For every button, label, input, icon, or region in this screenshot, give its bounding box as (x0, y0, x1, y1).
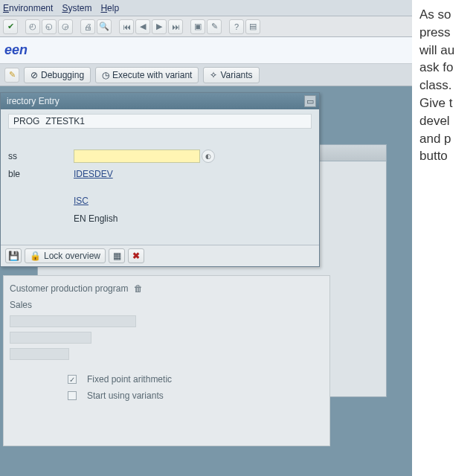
object-type: PROG (13, 116, 39, 126)
modal-title-text: irectory Entry (7, 96, 60, 106)
cancel-button[interactable]: ✖ (128, 248, 144, 263)
attributes-panel: Customer production program 🗑 Sales ✓ Fi… (3, 275, 330, 446)
lock-overview-button[interactable]: 🔒 Lock overview (25, 248, 106, 263)
sap-window: EEnvironmentnvironment System Help ✔ ◴ ◵… (0, 0, 412, 476)
new-session-icon[interactable]: ▣ (190, 19, 205, 34)
execute-with-variant-button[interactable]: ◷ Execute with variant (95, 67, 199, 83)
cancel-icon[interactable]: ◶ (58, 19, 73, 34)
variants-icon: ✧ (210, 70, 217, 80)
readonly-field-1 (10, 315, 136, 327)
responsible-value[interactable]: IDESDEV (74, 169, 113, 179)
menu-help[interactable]: Help (100, 3, 119, 13)
debugging-button[interactable]: ⊘ Debugging (24, 67, 91, 83)
start-variants-checkbox[interactable] (68, 391, 77, 400)
standard-toolbar: ✔ ◴ ◵ ◶ 🖨 🔍 ⏮ ◀ ▶ ⏭ ▣ ✎ ? ▤ (0, 16, 412, 37)
menu-system[interactable]: System (62, 3, 91, 13)
next-page-icon[interactable]: ▶ (152, 19, 167, 34)
exec-variant-label: Execute with variant (112, 70, 192, 80)
save-icon[interactable]: 💾 (5, 248, 22, 263)
last-page-icon[interactable]: ⏭ (168, 19, 183, 34)
exit-icon[interactable]: ◵ (42, 19, 57, 34)
close-icon[interactable]: ▭ (304, 95, 316, 107)
dev-class-input[interactable] (74, 149, 200, 163)
application-toolbar: ✎ ⊘ Debugging ◷ Execute with variant ✧ V… (0, 64, 412, 86)
object-row: PROG ZTESTK1 (8, 114, 312, 129)
instruction-text: As so press will au ask fo class. Give t… (412, 0, 476, 476)
first-page-icon[interactable]: ⏮ (119, 19, 134, 34)
back-icon[interactable]: ◴ (25, 19, 40, 34)
object-directory-modal: irectory Entry ▭ PROG ZTESTK1 ss ◐ (0, 92, 320, 267)
f4-help-icon[interactable]: ◐ (202, 149, 215, 163)
local-object-icon[interactable]: ▦ (109, 248, 125, 263)
help-icon[interactable]: ? (229, 19, 244, 34)
language-value: EN English (74, 213, 118, 224)
author-value[interactable]: ISC (74, 196, 89, 206)
lock-icon: 🔒 (30, 251, 41, 261)
modal-footer: 💾 🔒 Lock overview ▦ ✖ (1, 245, 319, 266)
shortcut-icon[interactable]: ✎ (207, 19, 222, 34)
fixed-point-checkbox[interactable]: ✓ (68, 375, 77, 384)
object-name: ZTESTK1 (45, 116, 85, 126)
readonly-field-2 (10, 332, 91, 344)
modal-titlebar: irectory Entry ▭ (1, 93, 319, 109)
prev-page-icon[interactable]: ◀ (135, 19, 150, 34)
title-bar: een (0, 37, 412, 64)
enter-icon[interactable]: ✔ (3, 19, 18, 34)
workarea: Customer production program 🗑 Sales ✓ Fi… (0, 86, 412, 476)
variants-label: Variants (220, 70, 252, 80)
readonly-field-3 (10, 348, 69, 360)
check-icon[interactable]: ✎ (4, 68, 19, 83)
trash-icon[interactable]: 🗑 (134, 283, 144, 294)
print-icon[interactable]: 🖨 (80, 19, 95, 34)
layout-icon[interactable]: ▤ (245, 19, 260, 34)
attr-title-label: Customer production program (10, 283, 128, 294)
fixed-point-label: Fixed point arithmetic (87, 374, 172, 385)
debugging-label: Debugging (41, 70, 84, 80)
responsible-label: ble (8, 169, 74, 179)
find-icon[interactable]: 🔍 (97, 19, 112, 34)
clock-icon: ◷ (102, 70, 109, 80)
start-variants-label: Start using variants (87, 390, 164, 401)
page-title: een (4, 42, 28, 58)
dev-class-label: ss (8, 151, 74, 161)
variants-button[interactable]: ✧ Variants (203, 67, 259, 83)
debug-icon: ⊘ (30, 70, 38, 80)
menu-environment[interactable]: EEnvironmentnvironment (3, 3, 53, 13)
attr-app-label: Sales (10, 300, 32, 310)
menubar: EEnvironmentnvironment System Help (0, 0, 412, 16)
lock-overview-label: Lock overview (44, 251, 100, 261)
